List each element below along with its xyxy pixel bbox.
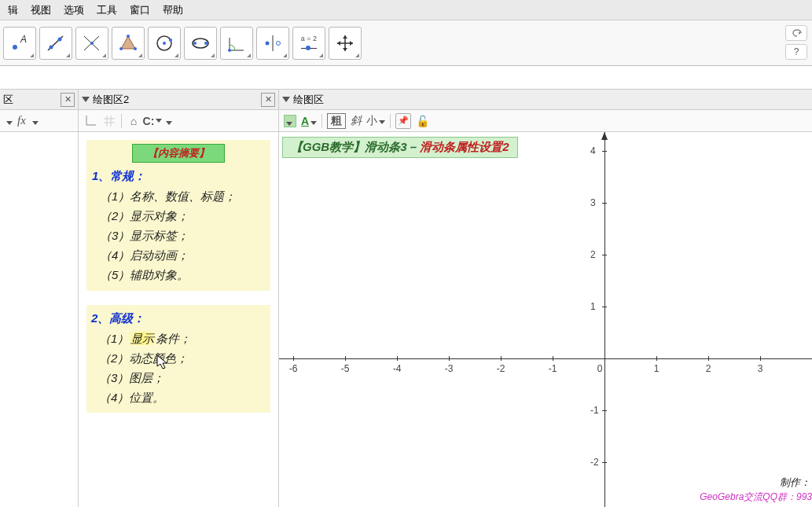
x-tick: -6 <box>289 363 298 374</box>
sec2-item: （4）位置。 <box>91 388 266 408</box>
graphics-header[interactable]: 绘图区 <box>279 90 812 110</box>
svg-point-3 <box>50 45 53 49</box>
graphics2-panel: 绘图区2 ✕ ⌂ C: 【内容摘要】 1、常规： （1）名称、数值、标题； （2… <box>79 90 279 507</box>
tool-circle[interactable] <box>148 27 181 60</box>
menu-options[interactable]: 选项 <box>57 0 90 20</box>
algebra-panel: 区 ✕ fx <box>0 90 79 507</box>
x-tick: 1 <box>654 363 660 374</box>
size-dropdown[interactable]: 小 <box>366 114 385 128</box>
svg-point-18 <box>228 49 231 52</box>
bold-toggle[interactable]: 粗 <box>327 113 346 129</box>
algebra-panel-toolbar: fx <box>0 110 78 132</box>
text-color[interactable]: A <box>301 115 317 127</box>
y-tick: 3 <box>590 197 596 208</box>
axes-toggle[interactable] <box>83 114 97 128</box>
tool-angle[interactable] <box>220 27 253 60</box>
x-tick: -4 <box>393 363 402 374</box>
x-tick: -1 <box>549 363 557 374</box>
x-tick: 3 <box>758 363 763 374</box>
lock-icon[interactable]: 🔓 <box>416 115 429 127</box>
y-axis <box>604 132 605 507</box>
author-label: 制作： <box>780 476 810 490</box>
pin-icon[interactable]: 📌 <box>395 113 411 129</box>
italic-toggle[interactable]: 斜 <box>351 114 362 128</box>
tool-ellipse[interactable] <box>184 27 217 60</box>
svg-point-14 <box>169 39 172 42</box>
svg-marker-8 <box>121 36 135 49</box>
collapse-icon[interactable] <box>282 97 290 102</box>
home-icon[interactable]: ⌂ <box>127 114 141 128</box>
sec1-item: （2）显示对象； <box>92 207 265 226</box>
algebra-panel-header[interactable]: 区 ✕ <box>0 90 78 110</box>
graphics-canvas[interactable]: 【GGB教学】滑动条3 – 滑动条属性设置2 -6 -5 -4 -3 -2 -1… <box>279 132 812 507</box>
svg-point-13 <box>163 42 166 45</box>
tool-perp[interactable] <box>75 27 108 60</box>
summary-box-2: 2、高级： （1）显示条件； （2）动态颜色； （3）图层； （4）位置。 <box>86 305 270 413</box>
input-bar-area <box>0 66 812 90</box>
section1-head: 1、常规： <box>92 169 265 184</box>
menubar: 辑 视图 选项 工具 窗口 帮助 <box>0 0 812 20</box>
undo-button[interactable] <box>785 25 807 41</box>
tool-point[interactable]: A <box>3 27 36 60</box>
section2-head: 2、高级： <box>91 311 266 326</box>
y-tick: 1 <box>590 301 596 312</box>
svg-point-9 <box>127 35 130 38</box>
qq-group-label: GeoGebra交流QQ群：993 <box>700 490 812 504</box>
sort-dropdown[interactable] <box>5 115 13 127</box>
svg-point-21 <box>277 41 281 45</box>
x-tick: -5 <box>341 363 350 374</box>
capture-dropdown[interactable]: C: <box>145 114 160 128</box>
help-button[interactable]: ? <box>785 44 807 60</box>
panels: 区 ✕ fx 绘图区2 ✕ ⌂ C: 【内容摘要】 1、常规： （1 <box>0 90 812 507</box>
tool-move-view[interactable] <box>329 27 362 60</box>
tool-slider[interactable]: a = 2 <box>292 27 325 60</box>
svg-point-20 <box>266 41 270 45</box>
graphics2-toolbar: ⌂ C: <box>79 110 278 132</box>
svg-point-10 <box>134 47 137 50</box>
x-tick: 2 <box>706 363 711 374</box>
y-tick: -2 <box>590 457 599 468</box>
sec1-item: （3）显示标签； <box>92 226 265 246</box>
fx-dropdown[interactable] <box>31 115 39 127</box>
svg-point-17 <box>204 42 208 45</box>
tool-polygon[interactable] <box>112 27 145 60</box>
panel-title: 绘图区2 <box>93 93 129 107</box>
menu-window[interactable]: 窗口 <box>123 0 156 20</box>
x-tick: 0 <box>597 363 603 374</box>
fx-label: fx <box>17 114 26 127</box>
y-tick: 2 <box>590 249 596 260</box>
graphics2-content[interactable]: 【内容摘要】 1、常规： （1）名称、数值、标题； （2）显示对象； （3）显示… <box>86 140 270 413</box>
summary-box-1: 【内容摘要】 1、常规： （1）名称、数值、标题； （2）显示对象； （3）显示… <box>86 140 270 291</box>
y-tick: 4 <box>590 145 596 156</box>
close-icon[interactable]: ✕ <box>261 93 275 107</box>
svg-point-16 <box>193 42 197 45</box>
sec1-item: （1）名称、数值、标题； <box>92 187 265 207</box>
color-picker[interactable] <box>284 115 296 127</box>
tool-reflect[interactable] <box>256 27 289 60</box>
toolbar: A a = 2 ? <box>0 20 812 66</box>
svg-point-4 <box>58 37 62 41</box>
close-icon[interactable]: ✕ <box>61 93 75 107</box>
menu-edit[interactable]: 辑 <box>2 0 24 20</box>
sec2-item: （2）动态颜色； <box>91 349 266 369</box>
svg-point-0 <box>13 45 17 50</box>
sec2-item: （3）图层； <box>91 369 266 388</box>
menu-view[interactable]: 视图 <box>24 0 57 20</box>
svg-point-11 <box>119 47 123 50</box>
grid-toggle[interactable] <box>102 114 116 128</box>
svg-point-7 <box>90 42 94 45</box>
more-dropdown[interactable] <box>164 115 172 127</box>
x-tick: -3 <box>445 363 454 374</box>
summary-title: 【内容摘要】 <box>132 144 225 163</box>
collapse-icon[interactable] <box>82 97 90 102</box>
sec2-item: （1）显示条件； <box>91 329 266 349</box>
tool-line[interactable] <box>39 27 72 60</box>
x-axis <box>279 358 812 359</box>
menu-help[interactable]: 帮助 <box>156 0 189 20</box>
svg-text:A: A <box>20 34 27 45</box>
graphics2-header[interactable]: 绘图区2 ✕ <box>79 90 278 110</box>
x-tick: -2 <box>497 363 505 374</box>
sec1-item: （5）辅助对象。 <box>92 266 265 285</box>
menu-tools[interactable]: 工具 <box>90 0 123 20</box>
lesson-banner[interactable]: 【GGB教学】滑动条3 – 滑动条属性设置2 <box>282 137 518 158</box>
